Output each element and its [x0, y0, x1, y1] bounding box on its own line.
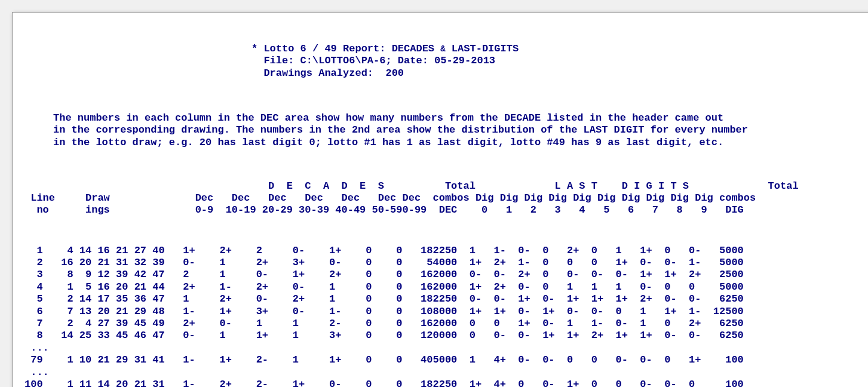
table-row: 7 2 4 27 39 45 49 2+ 0- 1 1 2- 0 0 16200… — [24, 318, 867, 330]
table-row: 100 1 11 14 20 21 31 1- 2+ 2- 1+ 0- 0 0 … — [24, 379, 867, 387]
title-ampersand: & — [440, 44, 445, 54]
table-row: 8 14 25 33 45 46 47 0- 1 1+ 1 3+ 0 0 120… — [24, 330, 867, 342]
desc-line2: in the corresponding drawing. The number… — [53, 124, 748, 136]
header-group-line: D E C A D E S Total L A S T D I G I T S … — [24, 180, 799, 192]
description-block: The numbers in each column in the DEC ar… — [53, 112, 867, 149]
table-row: 3 8 9 12 39 42 47 2 1 0- 1+ 2+ 0 0 16200… — [24, 269, 867, 281]
title-line1a: * Lotto 6 / 49 Report: DECADES — [251, 43, 440, 54]
header-row-2: no ings 0-9 10-19 20-29 30-39 40-49 50-5… — [24, 204, 744, 216]
table-row: ... — [24, 342, 867, 354]
title-block: * Lotto 6 / 49 Report: DECADES & LAST-DI… — [251, 43, 867, 79]
table-row: ... — [24, 367, 867, 379]
table-row: 5 2 14 17 35 36 47 1 2+ 0- 2+ 1 0 0 1822… — [24, 293, 867, 305]
table-row: 4 1 5 16 20 21 44 2+ 1- 2+ 0- 1 0 0 1620… — [24, 281, 867, 293]
table-row: 6 7 13 20 21 29 48 1- 1+ 3+ 0- 1- 0 0 10… — [24, 306, 867, 318]
table-row: 79 1 10 21 29 31 41 1- 1+ 2- 1 1+ 0 0 40… — [24, 354, 867, 366]
desc-line3: in the lotto draw; e.g. 20 has last digi… — [53, 137, 723, 148]
desc-line1: The numbers in each column in the DEC ar… — [53, 112, 723, 124]
lotto-report-panel: * Lotto 6 / 49 Report: DECADES & LAST-DI… — [12, 12, 868, 387]
table-row: 1 4 14 16 21 27 40 1+ 2+ 2 0- 1+ 0 0 182… — [24, 245, 867, 257]
header-row-1: Line Draw Dec Dec Dec Dec Dec Dec Dec co… — [24, 192, 756, 204]
data-rows: 1 4 14 16 21 27 40 1+ 2+ 2 0- 1+ 0 0 182… — [24, 245, 867, 387]
column-headers: D E C A D E S Total L A S T D I G I T S … — [24, 180, 867, 217]
title-line1b: LAST-DIGITS — [446, 43, 519, 54]
table-row: 2 16 20 21 31 32 39 0- 1 2+ 3+ 0- 0 0 54… — [24, 257, 867, 269]
title-line2: File: C:\LOTTO6\PA-6; Date: 05-29-2013 — [251, 55, 495, 66]
title-line3: Drawings Analyzed: 200 — [251, 67, 404, 79]
